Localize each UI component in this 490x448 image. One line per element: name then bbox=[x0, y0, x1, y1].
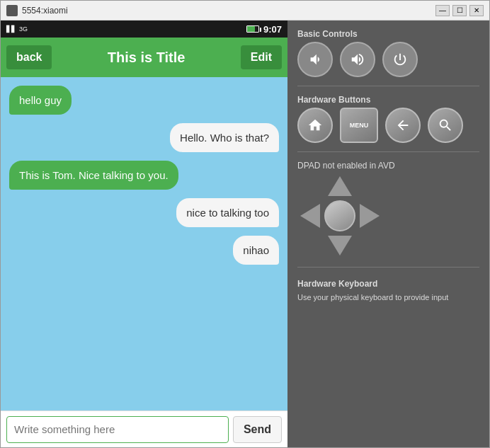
message-bubble-4: nice to talking too bbox=[176, 198, 279, 227]
window-controls: — ☐ ✕ bbox=[435, 5, 484, 16]
hardware-buttons-row: MENU bbox=[297, 108, 479, 143]
app-window: 5554:xiaomi — ☐ ✕ ▋▋ 3G 9:07 bbox=[0, 0, 490, 448]
battery-icon bbox=[246, 25, 259, 33]
keyboard-hint: Use your physical keyboard to provide in… bbox=[297, 292, 479, 304]
dpad-label: DPAD not enabled in AVD bbox=[297, 161, 395, 171]
message-row: nihao bbox=[9, 236, 279, 265]
maximize-button[interactable]: ☐ bbox=[452, 5, 467, 16]
message-row: Hello. Who is that? bbox=[9, 123, 279, 152]
input-bar: Send bbox=[1, 410, 287, 447]
signal-indicator: ▋▋ bbox=[6, 25, 16, 33]
home-button[interactable] bbox=[297, 108, 333, 143]
dpad-left-button[interactable] bbox=[300, 204, 320, 228]
message-text-3: This is Tom. Nice talking to you. bbox=[19, 169, 169, 181]
message-input[interactable] bbox=[6, 416, 229, 443]
hardware-buttons-section: Hardware Buttons MENU bbox=[297, 95, 479, 143]
status-left: ▋▋ 3G bbox=[6, 25, 28, 33]
titlebar: 5554:xiaomi — ☐ ✕ bbox=[1, 1, 489, 21]
control-panel: Basic Controls Hardware Buttons bbox=[287, 21, 489, 447]
menu-button[interactable]: MENU bbox=[340, 108, 378, 143]
dpad-up-button[interactable] bbox=[328, 176, 352, 196]
message-row: This is Tom. Nice talking to you. bbox=[9, 161, 279, 190]
basic-controls-section: Basic Controls bbox=[297, 29, 479, 77]
minimize-button[interactable]: — bbox=[435, 5, 450, 16]
divider-3 bbox=[297, 267, 479, 268]
divider-2 bbox=[297, 151, 479, 152]
chat-area: hello guy Hello. Who is that? This is To… bbox=[1, 77, 287, 410]
app-bar: back This is Title Edit bbox=[1, 38, 287, 77]
back-button[interactable]: back bbox=[6, 45, 52, 69]
power-button[interactable] bbox=[382, 42, 418, 77]
message-row: nice to talking too bbox=[9, 198, 279, 227]
message-text-1: hello guy bbox=[19, 94, 62, 106]
message-row: hello guy bbox=[9, 86, 279, 115]
basic-controls-label: Basic Controls bbox=[297, 29, 479, 39]
divider-1 bbox=[297, 86, 479, 86]
message-bubble-3: This is Tom. Nice talking to you. bbox=[9, 161, 178, 190]
app-icon bbox=[6, 5, 18, 16]
dpad-right-button[interactable] bbox=[360, 204, 380, 228]
message-text-5: nihao bbox=[243, 244, 269, 256]
window-title: 5554:xiaomi bbox=[22, 6, 435, 16]
close-button[interactable]: ✕ bbox=[469, 5, 484, 16]
message-text-4: nice to talking too bbox=[186, 207, 269, 219]
keyboard-section: Hardware Keyboard Use your physical keyb… bbox=[297, 279, 479, 304]
network-type: 3G bbox=[19, 25, 28, 33]
app-title: This is Title bbox=[52, 50, 240, 66]
battery-fill bbox=[247, 26, 255, 32]
edit-button[interactable]: Edit bbox=[241, 45, 282, 69]
back-hw-button[interactable] bbox=[385, 108, 421, 143]
status-right: 9:07 bbox=[246, 24, 282, 35]
message-bubble-5: nihao bbox=[233, 236, 279, 265]
basic-controls-row bbox=[297, 42, 479, 77]
search-button[interactable] bbox=[428, 108, 463, 143]
dpad-section: DPAD not enabled in AVD bbox=[297, 161, 479, 258]
phone-panel: ▋▋ 3G 9:07 back This is Title Edit bbox=[1, 21, 287, 447]
dpad-container bbox=[297, 173, 382, 258]
volume-down-button[interactable] bbox=[297, 42, 333, 77]
dpad-down-button[interactable] bbox=[328, 236, 352, 255]
status-time: 9:07 bbox=[263, 24, 282, 35]
keyboard-label: Hardware Keyboard bbox=[297, 279, 479, 289]
main-content: ▋▋ 3G 9:07 back This is Title Edit bbox=[1, 21, 489, 447]
send-button[interactable]: Send bbox=[233, 416, 282, 443]
menu-button-label: MENU bbox=[350, 122, 369, 129]
dpad-center-button[interactable] bbox=[324, 200, 355, 231]
message-bubble-2: Hello. Who is that? bbox=[170, 123, 279, 152]
hardware-buttons-label: Hardware Buttons bbox=[297, 95, 479, 105]
status-bar: ▋▋ 3G 9:07 bbox=[1, 21, 287, 38]
message-text-2: Hello. Who is that? bbox=[180, 132, 269, 144]
message-bubble-1: hello guy bbox=[9, 86, 72, 115]
volume-up-button[interactable] bbox=[340, 42, 375, 77]
